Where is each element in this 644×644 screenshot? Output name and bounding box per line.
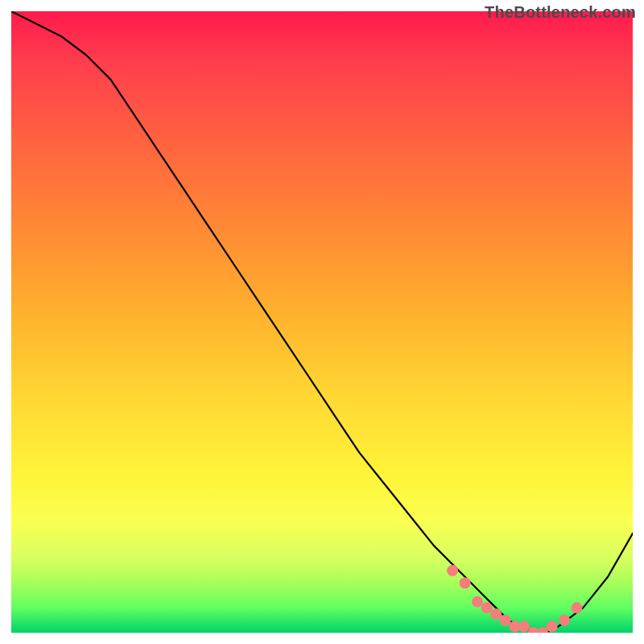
optimal-marker bbox=[518, 621, 530, 632]
chart-overlay bbox=[11, 11, 633, 633]
optimal-zone-markers bbox=[447, 565, 582, 633]
optimal-marker bbox=[490, 609, 502, 620]
optimal-marker bbox=[559, 615, 570, 626]
optimal-marker bbox=[500, 615, 511, 626]
optimal-marker bbox=[447, 565, 458, 576]
chart-stage: TheBottleneck.com bbox=[0, 0, 644, 644]
optimal-marker bbox=[472, 596, 483, 607]
bottleneck-curve bbox=[11, 11, 633, 633]
attribution-label: TheBottleneck.com bbox=[485, 3, 636, 22]
optimal-marker bbox=[547, 621, 558, 632]
optimal-marker bbox=[572, 602, 583, 613]
optimal-marker bbox=[481, 602, 493, 613]
plot-area bbox=[11, 11, 633, 633]
optimal-marker bbox=[460, 577, 471, 588]
